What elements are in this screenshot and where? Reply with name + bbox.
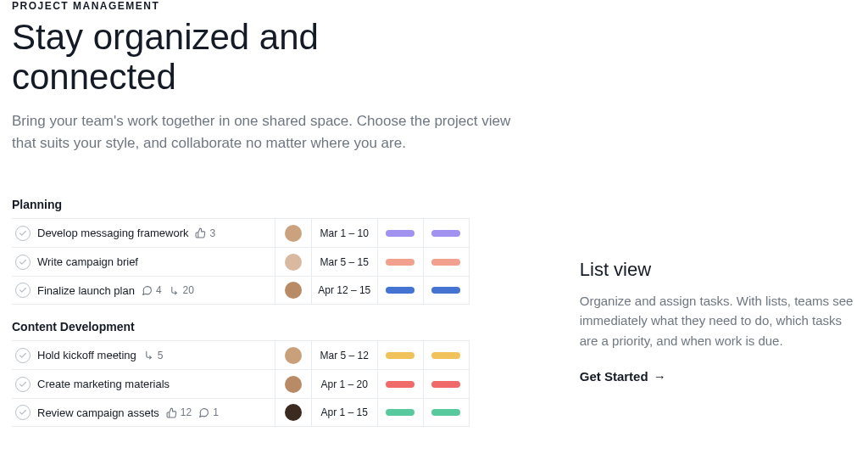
hero-lead: Bring your team's work together in one s… <box>12 110 512 154</box>
check-circle-icon[interactable] <box>15 226 31 241</box>
avatar <box>285 254 302 271</box>
task-date: Mar 5 – 12 <box>312 341 378 369</box>
task-name: Hold kickoff meeting <box>37 349 136 361</box>
comment-icon: 4 <box>142 284 162 296</box>
tag-pill <box>386 381 415 388</box>
task-date: Apr 1 – 20 <box>312 370 378 398</box>
side-panel: List view Organize and assign tasks. Wit… <box>580 182 856 427</box>
tag-pill <box>386 352 415 359</box>
task-date: Apr 1 – 15 <box>312 399 378 426</box>
tag-pill <box>431 381 460 388</box>
section-title: Content Development <box>12 320 470 333</box>
cta-label: Get Started <box>580 369 648 384</box>
subtask-icon: 5 <box>143 350 164 361</box>
check-circle-icon[interactable] <box>15 283 31 298</box>
task-date: Mar 5 – 15 <box>312 248 378 276</box>
arrow-right-icon: → <box>654 369 666 384</box>
avatar <box>285 376 302 393</box>
task-name: Finalize launch plan <box>37 284 135 297</box>
eyebrow: PROJECT MANAGEMENT <box>12 0 856 12</box>
avatar <box>285 347 302 364</box>
subtask-icon: 20 <box>169 284 194 296</box>
task-row[interactable]: Review campaign assets121Apr 1 – 15 <box>12 398 470 427</box>
list-preview: PlanningDevelop messaging framework3Mar … <box>12 182 470 427</box>
check-circle-icon[interactable] <box>15 255 31 270</box>
task-row[interactable]: Create marketing materialsApr 1 – 20 <box>12 369 470 398</box>
side-body: Organize and assign tasks. With lists, t… <box>580 291 856 350</box>
tag-pill <box>431 230 460 237</box>
avatar <box>285 404 302 421</box>
tag-pill <box>431 287 460 294</box>
check-circle-icon[interactable] <box>15 405 31 420</box>
tag-pill <box>386 409 415 416</box>
task-name: Write campaign brief <box>37 255 138 268</box>
tag-pill <box>431 259 460 266</box>
comment-icon: 1 <box>198 406 219 418</box>
task-date: Apr 12 – 15 <box>312 277 378 304</box>
tag-pill <box>386 259 415 266</box>
task-name: Develop messaging framework <box>37 227 188 239</box>
task-row[interactable]: Finalize launch plan420Apr 12 – 15 <box>12 276 470 305</box>
task-date: Mar 1 – 10 <box>312 219 378 247</box>
hero-title: Stay organized and connected <box>12 17 419 97</box>
task-row[interactable]: Hold kickoff meeting5Mar 5 – 12 <box>12 340 470 369</box>
tag-pill <box>431 409 460 416</box>
tag-pill <box>431 352 460 359</box>
task-row[interactable]: Develop messaging framework3Mar 1 – 10 <box>12 218 470 247</box>
section-title: Planning <box>12 198 470 211</box>
task-name: Create marketing materials <box>37 378 170 390</box>
avatar <box>285 282 302 299</box>
check-circle-icon[interactable] <box>15 348 31 363</box>
side-title: List view <box>580 259 856 281</box>
task-name: Review campaign assets <box>37 406 159 419</box>
check-circle-icon[interactable] <box>15 377 31 392</box>
get-started-link[interactable]: Get Started → <box>580 369 666 384</box>
thumbs-up-icon: 3 <box>195 227 215 239</box>
tag-pill <box>386 230 415 237</box>
thumbs-up-icon: 12 <box>166 406 192 418</box>
avatar <box>285 225 302 242</box>
tag-pill <box>386 287 415 294</box>
task-row[interactable]: Write campaign briefMar 5 – 15 <box>12 247 470 276</box>
